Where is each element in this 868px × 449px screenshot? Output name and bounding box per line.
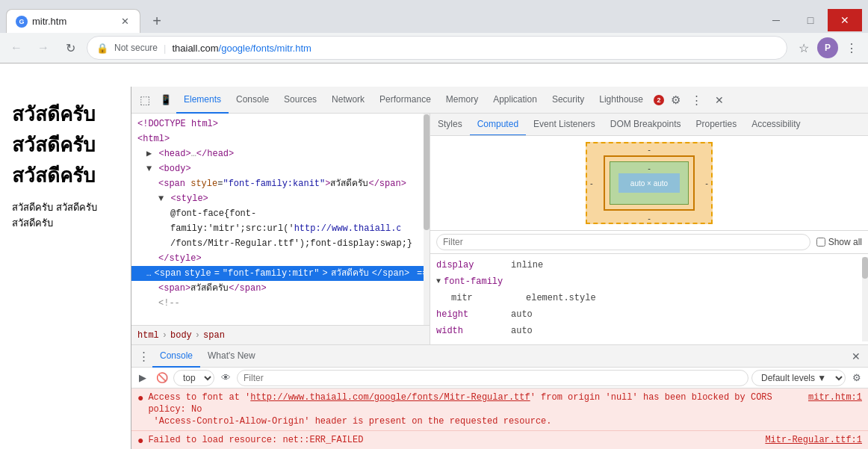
close-window-button[interactable]: ✕ xyxy=(828,9,862,31)
tab-accessibility[interactable]: Accessibility xyxy=(744,114,807,136)
console-filter-input[interactable] xyxy=(237,370,748,386)
html-line-fontface3[interactable]: /fonts/Mitr-Regular.ttf');font-display:s… xyxy=(131,236,430,251)
maximize-button[interactable]: □ xyxy=(793,9,828,31)
expand-icon-font-family[interactable]: ▼ xyxy=(436,275,441,288)
html-line-head[interactable]: ▶ <head>…</head> xyxy=(131,146,430,161)
html-line-style-close[interactable]: </style> xyxy=(131,251,430,266)
browser-tab[interactable]: G mitr.htm ✕ xyxy=(6,9,140,33)
tab-whats-new[interactable]: What's New xyxy=(200,345,263,368)
html-line-doctype[interactable]: <!DOCTYPE html> xyxy=(131,117,430,131)
tag-style-close: </style> xyxy=(158,253,202,264)
tab-sources[interactable]: Sources xyxy=(276,87,324,114)
expand-head[interactable]: ▶ xyxy=(146,149,152,159)
html-line-html[interactable]: <html> xyxy=(131,131,430,146)
head-ellipsis: … xyxy=(191,149,196,159)
filter-input[interactable] xyxy=(436,234,810,250)
expand-style[interactable]: ▼ xyxy=(158,193,164,204)
devtools-more-btn[interactable]: ⋮ xyxy=(686,90,707,111)
elements-scrollthumb[interactable] xyxy=(424,114,430,231)
console-error-1[interactable]: ● Access to font at 'http://www.thaiall.… xyxy=(131,388,868,431)
console-settings-btn[interactable]: ⚙ xyxy=(849,370,865,386)
tag-head: <head> xyxy=(158,149,190,159)
error-link-1[interactable]: mitr.htm:1 xyxy=(808,391,862,403)
prop-row-width[interactable]: width auto xyxy=(430,323,862,339)
refresh-button[interactable]: ↻ xyxy=(60,37,81,58)
devtools-inspect-icon[interactable]: ⬚ xyxy=(134,90,155,111)
tab-application[interactable]: Application xyxy=(486,87,545,114)
error-link-2[interactable]: Mitr-Regular.ttf:1 xyxy=(765,434,862,446)
minimize-button[interactable]: ─ xyxy=(759,9,793,31)
tab-event-listeners[interactable]: Event Listeners xyxy=(526,114,603,136)
breadcrumb-span[interactable]: span xyxy=(203,330,225,341)
tab-close-icon[interactable]: ✕ xyxy=(120,14,131,28)
console-run-btn[interactable]: ▶ xyxy=(134,370,151,386)
show-all-checkbox[interactable] xyxy=(816,238,825,247)
console-close-btn[interactable]: ✕ xyxy=(847,347,865,365)
tab-dom-breakpoints[interactable]: DOM Breakpoints xyxy=(603,114,689,136)
prop-row-display[interactable]: display inline xyxy=(430,257,862,273)
html-line-span-kanit[interactable]: <span style="font-family:kanit">สวัสดีคร… xyxy=(131,176,430,191)
tag-span-plain-close: </span> xyxy=(229,283,266,294)
tab-memory[interactable]: Memory xyxy=(438,87,486,114)
breadcrumb-html[interactable]: html xyxy=(137,330,159,341)
forward-button[interactable]: → xyxy=(33,37,54,58)
html-line-style[interactable]: ▼ <style> xyxy=(131,191,430,206)
back-button[interactable]: ← xyxy=(6,37,27,58)
address-text: thaiall.com/google/fonts/mitr.htm xyxy=(172,43,778,54)
address-domain: thaiall.com xyxy=(172,43,218,54)
new-tab-button[interactable]: + xyxy=(146,10,167,31)
address-bar[interactable]: 🔒 Not secure | thaiall.com/google/fonts/… xyxy=(87,36,787,60)
error-icon-1: ● xyxy=(137,392,143,404)
console-context-select[interactable]: top xyxy=(173,370,214,386)
console-panel: ⋮ Console What's New ✕ ▶ 🚫 top 👁 Default… xyxy=(131,344,868,449)
prop-row-font-family[interactable]: ▼ font-family xyxy=(430,273,862,290)
elements-breadcrumb: html › body › span xyxy=(131,325,430,344)
html-line-fontface2[interactable]: family:'mitr';src:url('http://www.thaial… xyxy=(131,221,400,236)
attr-style: style xyxy=(190,179,217,189)
box-model-area: - - auto × auto xyxy=(430,136,868,231)
right-scrollthumb[interactable] xyxy=(862,257,868,278)
tab-properties[interactable]: Properties xyxy=(688,114,744,136)
devtools-panel: ⬚ 📱 Elements Console Sources Network Per… xyxy=(131,87,868,449)
devtools-device-icon[interactable]: 📱 xyxy=(155,90,176,111)
tab-console-active[interactable]: Console xyxy=(152,345,200,368)
devtools-body: <!DOCTYPE html> <html> ▶ <head>…</head> … xyxy=(131,114,868,344)
console-eye-btn[interactable]: 👁 xyxy=(217,370,234,386)
html-line-fontface1[interactable]: @font-face{font- xyxy=(131,206,430,221)
devtools-settings-btn[interactable]: ⚙ xyxy=(666,90,686,111)
html-line-body[interactable]: ▼ <body> xyxy=(131,161,430,176)
tab-console[interactable]: Console xyxy=(229,87,276,114)
console-level-select[interactable]: Default levels ▼ xyxy=(751,370,846,386)
console-dots-btn[interactable]: ⋮ xyxy=(134,347,152,365)
html-line-span-mitr-selected[interactable]: … <span style="font-family:mitr">สวัสดีค… xyxy=(131,266,430,281)
show-all-label[interactable]: Show all xyxy=(816,237,862,247)
bookmark-button[interactable]: ☆ xyxy=(793,37,814,58)
right-scrollbar[interactable] xyxy=(862,257,868,341)
ellipsis-icon: … xyxy=(146,267,152,280)
breadcrumb-body[interactable]: body xyxy=(170,330,192,341)
tab-computed[interactable]: Computed xyxy=(470,114,526,136)
prop-row-height[interactable]: height auto xyxy=(430,306,862,323)
tag-span-mitr-open: <span xyxy=(155,267,182,280)
html-line-comment[interactable]: <!-- xyxy=(131,296,430,311)
console-error-2[interactable]: ● Failed to load resource: net::ERR_FAIL… xyxy=(131,431,868,449)
bottom-dash: - xyxy=(648,214,651,223)
devtools-close-btn[interactable]: ✕ xyxy=(709,90,730,111)
page-content-area: สวัสดีครับ สวัสดีครับ สวัสดีครับ สวัสดีค… xyxy=(0,87,868,449)
tab-styles[interactable]: Styles xyxy=(430,114,470,136)
tab-network[interactable]: Network xyxy=(324,87,372,114)
tab-elements[interactable]: Elements xyxy=(176,87,229,114)
prop-sub-row-mitr[interactable]: mitr element.style xyxy=(430,290,862,306)
fontface-text2: family:'mitr';src:url('http://www.thaial… xyxy=(170,223,400,234)
expand-body[interactable]: ▼ xyxy=(146,164,152,174)
tab-lighthouse[interactable]: Lighthouse xyxy=(592,87,651,114)
menu-button[interactable]: ⋮ xyxy=(841,37,862,58)
elements-scrollbar[interactable] xyxy=(424,114,430,325)
tab-performance[interactable]: Performance xyxy=(372,87,438,114)
console-clear-btn[interactable]: 🚫 xyxy=(154,370,170,386)
profile-avatar[interactable]: P xyxy=(817,37,838,58)
elements-content[interactable]: <!DOCTYPE html> <html> ▶ <head>…</head> … xyxy=(131,114,430,325)
html-line-span-plain[interactable]: <span>สวัสดีครับ</span> xyxy=(131,281,430,296)
tab-security[interactable]: Security xyxy=(545,87,592,114)
address-separator: | xyxy=(164,43,166,54)
